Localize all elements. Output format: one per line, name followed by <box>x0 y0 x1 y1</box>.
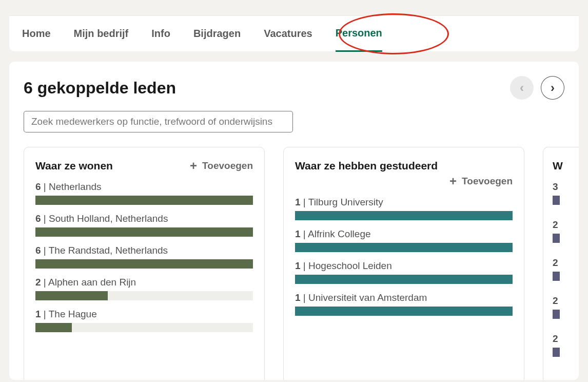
bar-item[interactable]: 1 | The Hague <box>35 309 253 332</box>
bar-track <box>553 196 560 205</box>
bar-label: 1 | Tilburg University <box>295 197 513 208</box>
bar-item[interactable]: 3 <box>553 181 579 205</box>
bar-label: 6 | The Randstad, Netherlands <box>35 245 253 256</box>
bar-track <box>295 307 513 316</box>
bar-track <box>553 348 560 357</box>
search-input[interactable] <box>24 111 293 132</box>
bar-track <box>35 291 253 300</box>
add-education-button[interactable]: + Toevoegen <box>295 175 513 187</box>
nav-info[interactable]: Info <box>151 16 170 51</box>
bar-label: 6 | South Holland, Netherlands <box>35 213 253 224</box>
bar-fill <box>295 211 513 220</box>
panel-third: W 32222 <box>543 147 579 380</box>
bar-fill <box>35 323 72 332</box>
bar-item[interactable]: 1 | Universiteit van Amsterdam <box>295 292 513 316</box>
bar-label: 2 <box>553 219 579 231</box>
bar-fill <box>553 272 560 281</box>
page-title: 6 gekoppelde leden <box>24 79 176 98</box>
panel-education: Waar ze hebben gestudeerd + Toevoegen 1 … <box>283 147 524 380</box>
panel-location: Waar ze wonen + Toevoegen 6 | Netherland… <box>24 147 265 380</box>
content-card: 6 gekoppelde leden ‹ › Waar ze wonen + T… <box>9 62 579 380</box>
bar-label: 1 | Hogeschool Leiden <box>295 260 513 272</box>
bar-label: 2 <box>553 257 579 269</box>
plus-icon: + <box>190 160 197 172</box>
bar-track <box>35 323 253 332</box>
header-row: 6 gekoppelde leden ‹ › <box>24 76 564 100</box>
nav-bar: Home Mijn bedrijf Info Bijdragen Vacatur… <box>9 15 579 51</box>
bar-track <box>35 227 253 237</box>
bar-label: 2 <box>553 295 579 307</box>
bar-label: 3 <box>553 181 579 193</box>
panel-third-title: W <box>553 160 563 172</box>
bar-fill <box>553 348 560 357</box>
bar-track <box>553 310 560 319</box>
bar-item[interactable]: 6 | South Holland, Netherlands <box>35 213 253 237</box>
bar-fill <box>553 310 560 319</box>
bar-fill <box>553 234 560 243</box>
nav-vacatures[interactable]: Vacatures <box>264 16 312 51</box>
bar-label: 2 <box>553 333 579 345</box>
bar-fill <box>35 227 253 237</box>
bar-fill <box>35 196 253 205</box>
bar-label: 1 | The Hague <box>35 309 253 320</box>
bar-item[interactable]: 2 <box>553 295 579 319</box>
bar-fill <box>35 291 108 300</box>
bar-item[interactable]: 1 | Alfrink College <box>295 228 513 252</box>
bar-label: 2 | Alphen aan den Rijn <box>35 277 253 288</box>
bar-item[interactable]: 2 | Alphen aan den Rijn <box>35 277 253 300</box>
bar-track <box>295 211 513 220</box>
bar-fill <box>35 259 253 269</box>
add-location-button[interactable]: + Toevoegen <box>190 160 253 172</box>
bar-fill <box>295 307 513 316</box>
bar-track <box>35 259 253 269</box>
bar-item[interactable]: 2 <box>553 219 579 243</box>
bar-item[interactable]: 6 | The Randstad, Netherlands <box>35 245 253 269</box>
add-label: Toevoegen <box>202 160 253 171</box>
bar-item[interactable]: 1 | Tilburg University <box>295 197 513 220</box>
panels-row: Waar ze wonen + Toevoegen 6 | Netherland… <box>24 147 564 380</box>
bar-label: 1 | Universiteit van Amsterdam <box>295 292 513 303</box>
bar-fill <box>295 243 513 252</box>
bar-item[interactable]: 2 <box>553 257 579 281</box>
bar-track <box>553 272 560 281</box>
bar-fill <box>295 275 513 284</box>
plus-icon: + <box>449 175 457 187</box>
bar-track <box>295 275 513 284</box>
bar-item[interactable]: 1 | Hogeschool Leiden <box>295 260 513 284</box>
bar-track <box>553 234 560 243</box>
pager: ‹ › <box>510 76 564 100</box>
nav-home[interactable]: Home <box>22 16 51 51</box>
bar-item[interactable]: 2 <box>553 333 579 357</box>
nav-personen[interactable]: Personen <box>336 16 382 52</box>
bar-label: 6 | Netherlands <box>35 181 253 193</box>
bar-track <box>35 196 253 205</box>
bar-item[interactable]: 6 | Netherlands <box>35 181 253 205</box>
pager-prev-button[interactable]: ‹ <box>510 76 534 100</box>
nav-mijn-bedrijf[interactable]: Mijn bedrijf <box>74 16 129 51</box>
panel-education-title: Waar ze hebben gestudeerd <box>295 160 513 172</box>
panel-location-title: Waar ze wonen <box>35 160 113 172</box>
add-label: Toevoegen <box>462 176 513 187</box>
pager-next-button[interactable]: › <box>541 76 564 100</box>
bar-track <box>295 243 513 252</box>
bar-fill <box>553 196 560 205</box>
bar-label: 1 | Alfrink College <box>295 228 513 240</box>
nav-bijdragen[interactable]: Bijdragen <box>193 16 241 51</box>
